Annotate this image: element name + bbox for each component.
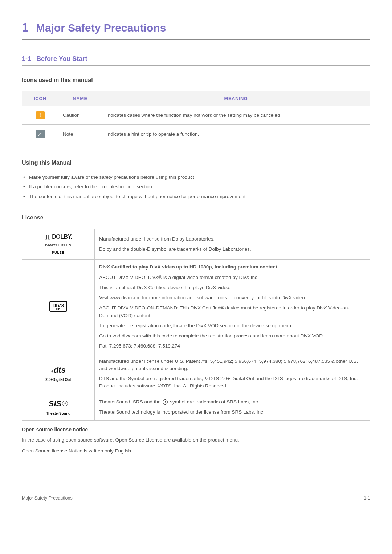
- srs-logo-cell: SIS● TheaterSound: [22, 394, 95, 420]
- paragraph: Manufactured under license from Dolby La…: [99, 235, 366, 243]
- dolby-pulse-text: PULSE: [52, 251, 65, 254]
- open-source-heading: Open source license notice: [22, 426, 370, 434]
- dolby-content: Manufactured under license from Dolby La…: [95, 229, 370, 260]
- list-item: If a problem occurs, refer to the 'Troub…: [22, 183, 370, 190]
- chapter-title: Major Safety Precautions: [36, 20, 166, 36]
- dolby-logo-cell: ▯▯ DOLBY. DIGITAL PLUS PULSE: [22, 229, 95, 260]
- table-row: ! Caution Indicates cases where the func…: [22, 106, 370, 124]
- chapter-heading: 1 Major Safety Precautions: [22, 18, 370, 40]
- paragraph: DivX Certified to play DivX video up to …: [99, 263, 366, 271]
- paragraph: Visit www.divx.com for more information …: [99, 294, 366, 301]
- divx-content: DivX Certified to play DivX video up to …: [95, 260, 370, 354]
- dts-content: Manufactured under license under U.S. Pa…: [95, 354, 370, 394]
- icon-cell: [22, 124, 58, 144]
- paragraph: ABOUT DIVX VIDEO-ON-DEMAND: This DivX Ce…: [99, 304, 366, 319]
- footer-right: 1-1: [364, 495, 370, 502]
- paragraph: Dolby and the double-D symbol are tradem…: [99, 246, 366, 253]
- paragraph: Open Source license Notice is written on…: [22, 447, 370, 455]
- paragraph: This is an official DivX Certified devic…: [99, 284, 366, 291]
- dolby-logo-text: DOLBY.: [52, 234, 72, 240]
- table-row: ▯▯ DOLBY. DIGITAL PLUS PULSE Manufacture…: [22, 229, 370, 260]
- using-manual-section: Using this Manual Make yourself fully aw…: [22, 159, 370, 200]
- divx-logo-cell: DIVX HD: [22, 260, 95, 354]
- caution-icon: !: [36, 111, 45, 119]
- divx-sub-text: HD: [52, 308, 64, 311]
- chapter-number: 1: [22, 18, 29, 37]
- srs-content: TheaterSound, SRS and the ● symbol are t…: [95, 394, 370, 420]
- divx-logo: DIVX HD: [49, 301, 67, 312]
- section-number: 1-1: [22, 54, 31, 64]
- srs-sub-text: TheaterSound: [46, 411, 70, 415]
- text-fragment: TheaterSound, SRS and the: [99, 399, 162, 405]
- table-row: Note Indicates a hint or tip to operate …: [22, 124, 370, 144]
- license-section: License ▯▯ DOLBY. DIGITAL PLUS PULSE Man…: [22, 213, 370, 455]
- section-title: Before You Start: [36, 54, 87, 64]
- icons-section: Icons used in this manual ICON NAME MEAN…: [22, 76, 370, 144]
- license-table: ▯▯ DOLBY. DIGITAL PLUS PULSE Manufacture…: [22, 229, 370, 421]
- section-heading: 1-1 Before You Start: [22, 54, 370, 66]
- paragraph: In the case of using open source softwar…: [22, 436, 370, 444]
- col-name: NAME: [58, 91, 102, 106]
- col-meaning: MEANING: [102, 91, 370, 106]
- divx-logo-text: DIVX: [52, 302, 64, 308]
- srs-circle-icon: ●: [62, 401, 68, 406]
- table-row: ●dts 2.0+Digital Out Manufactured under …: [22, 354, 370, 394]
- icon-meaning: Indicates cases where the function may n…: [102, 106, 370, 124]
- srs-logo: SIS● TheaterSound: [26, 398, 90, 417]
- table-row: DIVX HD DivX Certified to play DivX vide…: [22, 260, 370, 354]
- icon-name: Note: [58, 124, 102, 144]
- icons-heading: Icons used in this manual: [22, 76, 370, 85]
- dts-logo-cell: ●dts 2.0+Digital Out: [22, 354, 95, 394]
- using-manual-heading: Using this Manual: [22, 159, 370, 167]
- icon-cell: !: [22, 106, 58, 124]
- icons-table: ICON NAME MEANING ! Caution Indicates ca…: [22, 91, 370, 144]
- paragraph: TheaterSound, SRS and the ● symbol are t…: [99, 398, 366, 406]
- icon-meaning: Indicates a hint or tip to operate a fun…: [102, 124, 370, 144]
- dts-sub-text: 2.0+Digital Out: [45, 378, 71, 382]
- dolby-logo: ▯▯ DOLBY. DIGITAL PLUS PULSE: [26, 233, 90, 256]
- paragraph: Pat. 7,295,673; 7,460,688; 7,519,274: [99, 342, 366, 350]
- dolby-sub-text: DIGITAL PLUS: [44, 243, 72, 249]
- srs-symbol-icon: ●: [163, 399, 168, 405]
- footer-left: Major Safety Precautions: [22, 495, 73, 502]
- paragraph: To generate the registration code, locat…: [99, 322, 366, 329]
- paragraph: Go to vod.divx.com with this code to com…: [99, 332, 366, 340]
- license-heading: License: [22, 213, 370, 222]
- using-manual-list: Make yourself fully aware of the safety …: [22, 174, 370, 200]
- paragraph: Manufactured under license under U.S. Pa…: [99, 358, 366, 373]
- paragraph: TheaterSound technology is incorporated …: [99, 409, 366, 416]
- list-item: The contents of this manual are subject …: [22, 193, 370, 200]
- paragraph: DTS and the Symbol are registered tradem…: [99, 375, 366, 390]
- col-icon: ICON: [22, 91, 58, 106]
- dts-logo: ●dts 2.0+Digital Out: [26, 364, 90, 383]
- list-item: Make yourself fully aware of the safety …: [22, 174, 370, 181]
- dts-logo-text: dts: [54, 365, 66, 374]
- page-footer: Major Safety Precautions 1-1: [22, 491, 370, 502]
- icon-name: Caution: [58, 106, 102, 124]
- srs-logo-text: SIS: [49, 398, 61, 410]
- table-row: SIS● TheaterSound TheaterSound, SRS and …: [22, 394, 370, 420]
- paragraph: ABOUT DIVX VIDEO: DivX® is a digital vid…: [99, 274, 366, 281]
- text-fragment: symbol are trademarks of SRS Labs, Inc.: [170, 399, 259, 405]
- note-icon: [36, 130, 45, 138]
